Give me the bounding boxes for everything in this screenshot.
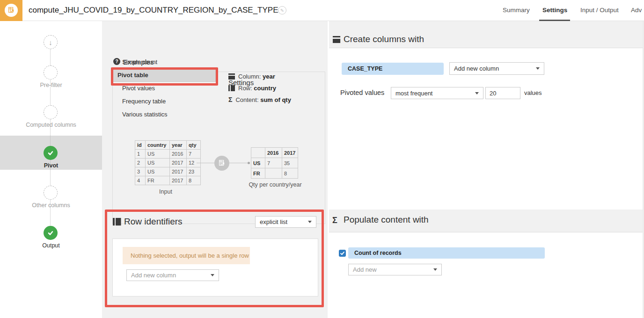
check-icon <box>47 229 54 237</box>
output-table-caption: Qty per country/year <box>238 181 313 188</box>
table-row: 3US201723 <box>135 167 201 176</box>
tab-settings[interactable]: Settings <box>542 7 567 14</box>
pivot-config-panel: Create columns with CASE_TYPE Add new co… <box>329 21 644 318</box>
input-th-qty: qty <box>187 141 201 150</box>
chevron-down-icon <box>308 221 312 223</box>
pivot-recipe-settings-page: compute_JHU_COVID_19_by_COUNTRY_REGION_b… <box>0 0 644 318</box>
add-column-placeholder: Add new column <box>131 272 176 279</box>
chevron-down-icon <box>475 92 479 94</box>
count-of-records-checkbox[interactable] <box>339 250 346 257</box>
chevron-down-icon <box>433 268 437 271</box>
step-label-pivot[interactable]: Pivot <box>0 162 102 169</box>
example-item-pivot-table[interactable]: Pivot table <box>113 69 216 82</box>
example-item-simple-count[interactable]: Simple count <box>113 56 216 69</box>
example-output-table: 2016 2017 US735 FR8 <box>251 147 298 179</box>
table-row: FR8 <box>251 168 298 179</box>
step-start-circle[interactable]: ↓ <box>44 35 58 49</box>
input-th-id: id <box>135 141 146 150</box>
most-frequent-value: most frequent <box>395 90 433 97</box>
example-setting-row: Row: country <box>228 84 276 92</box>
step-label-pre-filter[interactable]: Pre-filter <box>0 82 102 88</box>
output-th-blank <box>251 148 265 158</box>
pivoted-values-label: Pivoted values <box>340 89 384 96</box>
example-item-pivot-values[interactable]: Pivot values <box>113 82 216 95</box>
down-arrow-icon: ↓ <box>49 38 52 46</box>
create-columns-title: Create columns with <box>344 34 424 44</box>
example-item-various-statistics[interactable]: Various statistics <box>113 108 216 121</box>
table-row: 4FR20178 <box>135 176 201 185</box>
content-label: Content: <box>235 96 258 103</box>
row-value: country <box>254 85 276 92</box>
top-header: compute_JHU_COVID_19_by_COUNTRY_REGION_b… <box>0 0 644 21</box>
pivot-transform-icon <box>214 156 229 171</box>
chevron-down-icon <box>536 67 540 70</box>
add-new-placeholder: Add new <box>353 266 377 273</box>
examples-panel: ? Examples Simple count Pivot table Pivo… <box>102 21 328 318</box>
step-circle-pivot[interactable] <box>44 146 58 160</box>
active-tab-underline <box>539 20 570 21</box>
content-value: sum of qty <box>260 96 291 103</box>
pivot-glyph-icon <box>7 6 15 14</box>
page-title: compute_JHU_COVID_19_by_COUNTRY_REGION_b… <box>29 6 278 15</box>
row-identifiers-title: Row identifiers <box>124 217 183 227</box>
column-label: Column: <box>238 73 261 80</box>
row-identifiers-warning: Nothing selected, output will be a singl… <box>123 247 250 264</box>
recipe-steps-sidebar: ↓ Pre-filter Computed columns Pivot Othe… <box>0 21 102 318</box>
step-label-other-columns[interactable]: Other columns <box>0 202 102 209</box>
pivot-recipe-icon[interactable] <box>0 0 22 21</box>
row-identifiers-mode-value: explicit list <box>260 218 287 225</box>
sigma-icon: Σ <box>332 216 337 225</box>
table-row: US735 <box>251 158 298 168</box>
step-label-computed-columns[interactable]: Computed columns <box>0 122 102 128</box>
check-icon <box>47 149 54 157</box>
sigma-icon: Σ <box>228 96 232 103</box>
step-circle-computed-columns[interactable] <box>44 105 58 119</box>
values-suffix-label: values <box>524 89 542 96</box>
tab-input-output[interactable]: Input / Output <box>580 7 619 14</box>
chevron-down-icon <box>211 274 214 276</box>
row-identifiers-mode-dropdown[interactable]: explicit list <box>255 216 316 228</box>
example-setting-column: Column: year <box>228 72 275 80</box>
create-columns-add-dropdown[interactable]: Add new column <box>449 62 544 75</box>
row-identifiers-add-column-dropdown[interactable]: Add new column <box>126 269 219 281</box>
column-icon <box>228 73 235 80</box>
tab-advanced[interactable]: Adv <box>631 7 642 14</box>
case-type-column-chip[interactable]: CASE_TYPE <box>342 63 444 75</box>
input-th-country: country <box>146 141 170 150</box>
input-th-year: year <box>170 141 187 150</box>
row-label: Row: <box>238 85 252 92</box>
edit-title-icon[interactable]: ✎ <box>278 6 286 14</box>
example-setting-content: Σ Content: sum of qty <box>228 96 291 103</box>
step-circle-output[interactable] <box>44 226 58 240</box>
populate-content-title: Populate content with <box>344 215 429 225</box>
check-icon <box>340 251 345 256</box>
count-of-records-chip[interactable]: Count of records <box>348 247 545 259</box>
output-th-2017: 2017 <box>282 148 298 158</box>
populate-content-add-dropdown[interactable]: Add new <box>348 264 442 275</box>
step-circle-other-columns[interactable] <box>44 186 58 200</box>
example-input-table: id country year qty 1US20167 2US201712 3… <box>135 140 201 185</box>
step-circle-pre-filter[interactable] <box>44 65 58 80</box>
tab-summary[interactable]: Summary <box>503 7 530 14</box>
step-label-output[interactable]: Output <box>0 242 102 249</box>
table-row: 2US201712 <box>135 159 201 167</box>
pivoted-values-mode-dropdown[interactable]: most frequent <box>391 87 483 99</box>
input-table-caption: Input <box>135 188 197 195</box>
pivoted-values-count-input[interactable] <box>485 87 520 99</box>
flow-connector-dot <box>248 162 250 164</box>
output-th-2016: 2016 <box>265 148 282 158</box>
table-row: 1US20167 <box>135 150 201 159</box>
column-value: year <box>263 73 275 80</box>
columns-icon <box>333 36 340 43</box>
example-item-frequency-table[interactable]: Frequency table <box>113 95 216 108</box>
row-icon <box>228 85 235 91</box>
row-identifiers-icon <box>113 218 121 225</box>
pivot-recipe-icon-circle <box>5 4 18 17</box>
add-new-column-value: Add new column <box>454 65 499 72</box>
